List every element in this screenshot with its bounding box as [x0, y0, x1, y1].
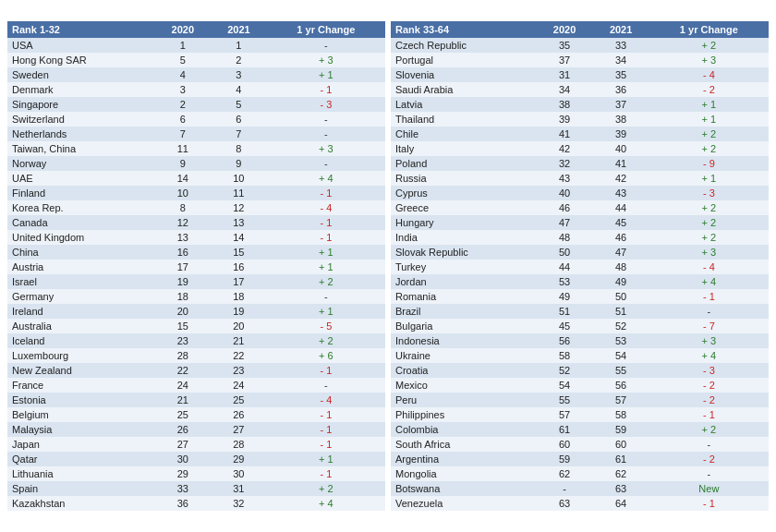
cell-2021: 42 [593, 171, 649, 186]
cell-2021: 23 [211, 363, 267, 378]
cell-country: Colombia [391, 422, 536, 437]
cell-change: - 1 [267, 466, 385, 481]
cell-change: + 2 [267, 274, 385, 289]
cell-2020: 29 [154, 466, 211, 481]
cell-country: China [7, 245, 154, 260]
cell-2020: 49 [536, 289, 592, 304]
cell-country: Philippines [391, 407, 536, 422]
table-row: Germany1818- [7, 289, 385, 304]
cell-change: - 1 [267, 363, 385, 378]
cell-2021: 12 [211, 200, 267, 215]
table-row: Australia1520- 5 [7, 319, 385, 333]
table2-col-2021: 2021 [593, 21, 649, 38]
table2-wrap: Rank 33-64 2020 2021 1 yr Change Czech R… [391, 21, 769, 511]
cell-change: + 1 [267, 304, 385, 319]
table-row: China1615+ 1 [7, 245, 385, 260]
cell-2020: 14 [154, 171, 211, 186]
cell-country: Netherlands [7, 127, 154, 141]
cell-country: Latvia [391, 97, 536, 112]
cell-country: Russia [391, 171, 536, 186]
cell-change: + 2 [649, 141, 769, 156]
table2-col-change: 1 yr Change [649, 21, 769, 38]
cell-country: Korea Rep. [7, 200, 154, 215]
cell-change: - 3 [649, 186, 769, 200]
table-row: Venezuela6364- 1 [391, 496, 769, 511]
cell-change: + 1 [267, 260, 385, 274]
cell-change: - [649, 304, 769, 319]
cell-2021: 10 [211, 171, 267, 186]
table-row: Latvia3837+ 1 [391, 97, 769, 112]
cell-2021: 14 [211, 230, 267, 245]
cell-2020: 58 [536, 348, 592, 363]
cell-change: + 6 [267, 348, 385, 363]
cell-change: - [649, 466, 769, 481]
cell-2020: 51 [536, 304, 592, 319]
cell-2020: 19 [154, 274, 211, 289]
cell-2020: 35 [536, 38, 592, 53]
cell-2021: 61 [593, 452, 649, 466]
cell-change: - 4 [267, 200, 385, 215]
cell-country: Hungary [391, 215, 536, 230]
cell-2020: 21 [154, 393, 211, 407]
cell-change: - [267, 112, 385, 127]
cell-country: Cyprus [391, 186, 536, 200]
table-row: Canada1213- 1 [7, 215, 385, 230]
cell-change: - 3 [267, 97, 385, 112]
cell-change: - 3 [649, 363, 769, 378]
cell-country: Czech Republic [391, 38, 536, 53]
cell-2020: 45 [536, 319, 592, 333]
cell-country: Qatar [7, 452, 154, 466]
cell-2020: - [536, 481, 592, 496]
table1-col-2020: 2020 [154, 21, 211, 38]
cell-2021: 4 [211, 82, 267, 97]
cell-2021: 16 [211, 260, 267, 274]
table-row: Taiwan, China118+ 3 [7, 141, 385, 156]
cell-change: + 2 [649, 230, 769, 245]
cell-change: - 1 [267, 82, 385, 97]
cell-country: USA [7, 38, 154, 53]
cell-change: - [267, 289, 385, 304]
table-row: Brazil5151- [391, 304, 769, 319]
cell-2020: 26 [154, 422, 211, 437]
cell-2020: 40 [536, 186, 592, 200]
table-row: Spain3331+ 2 [7, 481, 385, 496]
cell-country: Ukraine [391, 348, 536, 363]
cell-2021: 21 [211, 333, 267, 348]
cell-2020: 62 [536, 466, 592, 481]
cell-2020: 52 [536, 363, 592, 378]
table-row: United Kingdom1314- 1 [7, 230, 385, 245]
cell-change: + 2 [649, 200, 769, 215]
cell-2021: 39 [593, 127, 649, 141]
table-row: Hong Kong SAR52+ 3 [7, 53, 385, 67]
cell-country: Italy [391, 141, 536, 156]
table-row: Sweden43+ 1 [7, 67, 385, 82]
table-row: Peru5557- 2 [391, 393, 769, 407]
table-row: Poland3241- 9 [391, 156, 769, 171]
cell-2021: 41 [593, 156, 649, 171]
table-row: South Africa6060- [391, 437, 769, 452]
table-row: Croatia5255- 3 [391, 363, 769, 378]
cell-2020: 2 [154, 97, 211, 112]
table-row: Korea Rep.812- 4 [7, 200, 385, 215]
cell-country: India [391, 230, 536, 245]
cell-country: Iceland [7, 333, 154, 348]
cell-2021: 46 [593, 230, 649, 245]
cell-country: New Zealand [7, 363, 154, 378]
table1: Rank 1-32 2020 2021 1 yr Change USA11-Ho… [7, 21, 385, 511]
cell-2020: 6 [154, 112, 211, 127]
cell-2020: 10 [154, 186, 211, 200]
cell-change: - 1 [267, 407, 385, 422]
cell-change: + 1 [649, 112, 769, 127]
table-row: Israel1917+ 2 [7, 274, 385, 289]
cell-change: + 1 [267, 245, 385, 260]
cell-country: UAE [7, 171, 154, 186]
cell-2021: 36 [593, 82, 649, 97]
cell-change: - [267, 378, 385, 393]
cell-2020: 32 [536, 156, 592, 171]
table-row: Denmark34- 1 [7, 82, 385, 97]
cell-2021: 38 [593, 112, 649, 127]
cell-2020: 7 [154, 127, 211, 141]
table-row: Argentina5961- 2 [391, 452, 769, 466]
cell-change: - 1 [649, 407, 769, 422]
cell-2021: 19 [211, 304, 267, 319]
